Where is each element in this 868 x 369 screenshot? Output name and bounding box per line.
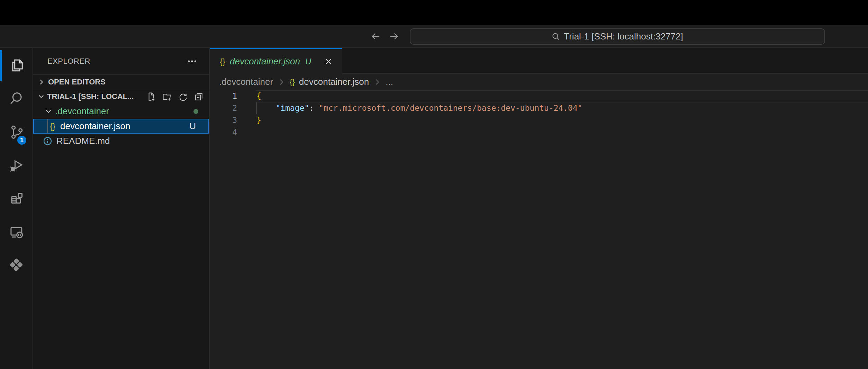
sidebar-title: EXPLORER	[47, 57, 90, 66]
activity-bar: 1	[0, 48, 33, 369]
activity-search[interactable]	[0, 82, 33, 115]
code-token: "mcr.microsoft.com/devcontainers/base:de…	[319, 104, 582, 112]
breadcrumb-symbol[interactable]: ...	[386, 76, 393, 87]
code-line-1[interactable]: 1 {	[210, 90, 868, 102]
breadcrumb-folder[interactable]: .devcontainer	[219, 76, 273, 87]
command-center-search[interactable]: Trial-1 [SSH: localhost:32772]	[410, 28, 825, 45]
activity-remote-explorer[interactable]	[0, 215, 33, 248]
remote-explorer-icon	[8, 224, 24, 240]
json-file-icon: {}	[220, 57, 225, 66]
nav-back-button[interactable]	[370, 30, 381, 42]
open-editors-label: OPEN EDITORS	[48, 78, 106, 87]
vscode-window: Trial-1 [SSH: localhost:32772]	[0, 0, 868, 369]
line-number[interactable]: 2	[210, 102, 237, 114]
chevron-right-icon	[277, 78, 286, 86]
tab-label: devcontainer.json	[230, 56, 300, 67]
line-number[interactable]: 4	[210, 126, 237, 138]
chevron-right-icon	[38, 78, 45, 86]
containers-icon	[8, 256, 25, 273]
workspace-header[interactable]: TRIAL-1 [SSH: LOCAL...	[33, 89, 209, 104]
nav-forward-button[interactable]	[388, 30, 400, 42]
json-file-icon: {}	[50, 122, 55, 131]
indent-guide	[47, 119, 48, 133]
code-token: :	[309, 104, 319, 112]
activity-explorer[interactable]	[0, 49, 33, 82]
chevron-right-icon	[373, 78, 381, 86]
debug-icon	[8, 157, 24, 173]
source-control-badge: 1	[16, 135, 27, 146]
breadcrumb-file[interactable]: devcontainer.json	[299, 76, 369, 87]
activity-containers[interactable]	[0, 248, 33, 281]
arrow-left-icon	[370, 31, 381, 42]
refresh-icon[interactable]	[178, 92, 188, 101]
tab-bar: {} devcontainer.json U	[210, 48, 868, 74]
files-icon	[8, 57, 24, 73]
tab-devcontainer-json[interactable]: {} devcontainer.json U	[210, 48, 342, 74]
activity-extensions[interactable]	[0, 182, 33, 215]
command-center-label: Trial-1 [SSH: localhost:32772]	[564, 31, 683, 42]
breadcrumb: .devcontainer {} devcontainer.json ...	[210, 74, 868, 90]
code-line-4[interactable]: 4	[210, 126, 868, 138]
info-icon	[43, 136, 52, 146]
active-indicator	[0, 50, 2, 81]
tab-git-badge: U	[305, 57, 311, 66]
workspace-label: TRIAL-1 [SSH: LOCAL...	[47, 92, 134, 101]
code-line-3[interactable]: 3 }	[210, 114, 868, 126]
chevron-down-icon	[37, 93, 45, 100]
code-token: "image"	[275, 104, 309, 112]
line-number[interactable]: 1	[210, 90, 237, 102]
file-label: README.md	[56, 136, 110, 146]
git-untracked-badge: U	[189, 121, 196, 132]
folder-label: .devcontainer	[55, 106, 109, 117]
search-icon	[8, 91, 24, 107]
file-label: devcontainer.json	[60, 121, 130, 132]
tree-item-devcontainer-json[interactable]: {} devcontainer.json U	[33, 119, 209, 134]
arrow-right-icon	[389, 31, 399, 42]
activity-source-control[interactable]: 1	[0, 115, 33, 148]
chevron-down-icon	[45, 108, 52, 115]
git-modified-dot	[193, 109, 198, 114]
code-token: {	[256, 91, 261, 100]
close-icon[interactable]	[324, 57, 333, 66]
top-black-strip	[0, 0, 868, 25]
extensions-icon	[8, 190, 24, 206]
activity-run-debug[interactable]	[0, 148, 33, 182]
editor-group: {} devcontainer.json U .devcontainer {} …	[210, 48, 868, 369]
new-folder-icon[interactable]	[162, 92, 172, 101]
open-editors-header[interactable]: OPEN EDITORS	[33, 74, 209, 89]
more-actions-button[interactable]	[187, 56, 197, 66]
new-file-icon[interactable]	[146, 92, 156, 101]
code-area[interactable]: 1 { 2 "image": "mcr.microsoft.com/devcon…	[210, 90, 868, 369]
code-token	[256, 104, 275, 112]
code-token: }	[256, 116, 261, 125]
explorer-sidebar: EXPLORER OPEN EDITORS TRIAL-1 [SSH: LOCA…	[33, 48, 210, 369]
tree-item-readme[interactable]: README.md	[33, 134, 209, 148]
collapse-all-icon[interactable]	[194, 92, 204, 101]
code-line-2[interactable]: 2 "image": "mcr.microsoft.com/devcontain…	[210, 102, 868, 114]
json-file-icon: {}	[290, 78, 295, 87]
search-icon	[552, 33, 560, 41]
tree-item-devcontainer-folder[interactable]: .devcontainer	[33, 104, 209, 119]
title-bar: Trial-1 [SSH: localhost:32772]	[0, 25, 868, 48]
line-number[interactable]: 3	[210, 114, 237, 126]
